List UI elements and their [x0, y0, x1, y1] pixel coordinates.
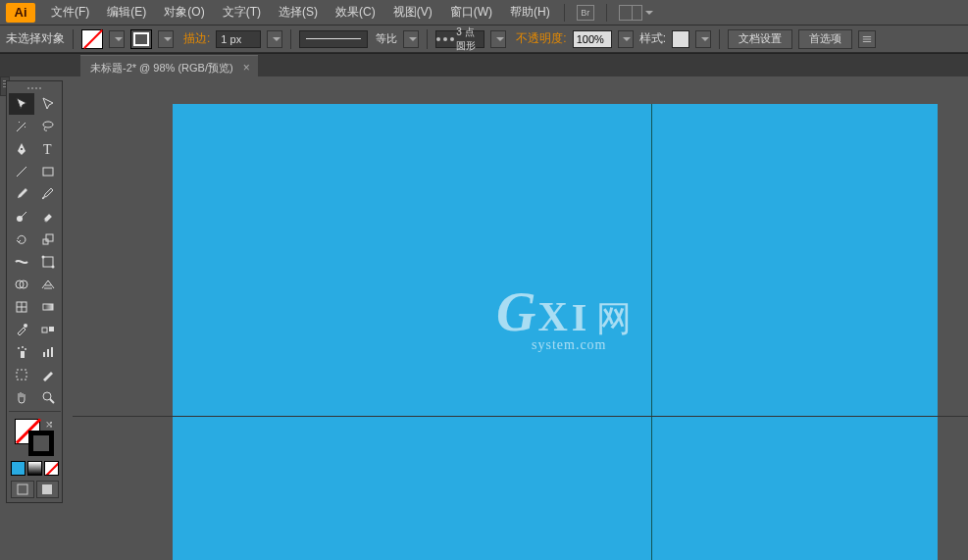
- selection-status: 未选择对象: [6, 30, 65, 47]
- stroke-swatch[interactable]: [130, 29, 152, 49]
- fill-swatch[interactable]: [81, 29, 103, 49]
- menu-view[interactable]: 视图(V): [385, 1, 440, 24]
- svg-rect-14: [43, 304, 53, 310]
- menu-separator: [606, 4, 607, 22]
- control-bar: 未选择对象 描边: 1 px 等比 3 点圆形 不透明度: 100% 样式: 文…: [0, 25, 968, 53]
- canvas-area[interactable]: GXI网 system.com: [73, 76, 968, 560]
- style-label: 样式:: [639, 30, 666, 47]
- menu-bar: Ai 文件(F) 编辑(E) 对象(O) 文字(T) 选择(S) 效果(C) 视…: [0, 0, 968, 25]
- width-tool[interactable]: [9, 251, 34, 273]
- scale-tool[interactable]: [35, 229, 61, 250]
- zoom-tool[interactable]: [35, 386, 61, 408]
- watermark-cn: 网: [596, 299, 632, 338]
- style-dropdown[interactable]: [695, 30, 711, 48]
- perspective-grid-tool[interactable]: [35, 274, 61, 295]
- svg-rect-7: [46, 234, 53, 241]
- opacity-dropdown[interactable]: [618, 30, 634, 48]
- svg-text:T: T: [43, 142, 52, 157]
- svg-point-21: [25, 348, 26, 350]
- vertical-guide[interactable]: [651, 104, 652, 560]
- panel-menu-icon[interactable]: [858, 30, 876, 48]
- stroke-width-field[interactable]: 1 px: [216, 30, 261, 48]
- rotate-tool[interactable]: [9, 229, 34, 250]
- stroke-label[interactable]: 描边:: [183, 30, 210, 47]
- horizontal-guide-extended[interactable]: [73, 416, 968, 417]
- svg-rect-16: [42, 328, 47, 332]
- stroke-color-box[interactable]: [28, 431, 54, 456]
- menu-separator: [564, 4, 565, 22]
- color-mode-solid[interactable]: [11, 461, 25, 476]
- direct-selection-tool[interactable]: [35, 93, 61, 115]
- separator: [427, 29, 428, 49]
- menu-window[interactable]: 窗口(W): [442, 1, 500, 24]
- document-setup-button[interactable]: 文档设置: [728, 29, 792, 49]
- symbol-sprayer-tool[interactable]: [9, 341, 34, 363]
- opacity-label[interactable]: 不透明度:: [516, 30, 566, 47]
- swap-fill-stroke-icon[interactable]: ⤭: [45, 419, 53, 430]
- toolbox-grip[interactable]: [9, 83, 60, 93]
- blend-tool[interactable]: [35, 319, 61, 340]
- menu-effect[interactable]: 效果(C): [328, 1, 383, 24]
- preferences-button[interactable]: 首选项: [798, 29, 852, 49]
- magic-wand-tool[interactable]: [9, 116, 34, 137]
- type-tool[interactable]: T: [35, 138, 61, 160]
- mesh-tool[interactable]: [9, 296, 34, 318]
- brush-label: 3 点圆形: [456, 25, 484, 53]
- profile-dropdown[interactable]: [403, 30, 419, 48]
- pen-tool[interactable]: [9, 138, 34, 160]
- menu-object[interactable]: 对象(O): [156, 1, 212, 24]
- blob-brush-tool[interactable]: [9, 206, 34, 228]
- color-mode-none[interactable]: [44, 461, 59, 476]
- free-transform-tool[interactable]: [35, 251, 61, 273]
- menu-select[interactable]: 选择(S): [271, 1, 326, 24]
- fill-dropdown[interactable]: [109, 30, 125, 48]
- artboard-tool[interactable]: [9, 364, 34, 385]
- separator: [290, 29, 291, 49]
- rectangle-tool[interactable]: [35, 161, 61, 182]
- stroke-profile-preview[interactable]: [299, 30, 368, 48]
- bridge-button[interactable]: Br: [577, 5, 594, 21]
- brush-definition[interactable]: 3 点圆形: [435, 30, 484, 48]
- svg-rect-24: [51, 347, 53, 357]
- column-graph-tool[interactable]: [35, 341, 61, 363]
- document-tab-bar: 未标题-2* @ 98% (RGB/预览) ×: [0, 53, 968, 76]
- color-mode-gradient[interactable]: [27, 461, 42, 476]
- svg-point-26: [43, 392, 51, 400]
- paintbrush-tool[interactable]: [9, 183, 34, 205]
- artboard[interactable]: GXI网 system.com: [173, 104, 938, 560]
- shape-builder-tool[interactable]: [9, 274, 34, 295]
- stroke-dropdown[interactable]: [158, 30, 174, 48]
- close-tab-icon[interactable]: ×: [243, 61, 250, 75]
- svg-rect-17: [49, 327, 54, 331]
- menu-type[interactable]: 文字(T): [215, 1, 269, 24]
- menu-file[interactable]: 文件(F): [43, 1, 97, 24]
- menu-edit[interactable]: 编辑(E): [99, 1, 154, 24]
- hand-tool[interactable]: [9, 386, 34, 408]
- svg-rect-18: [21, 351, 25, 358]
- color-mode-row: [9, 459, 61, 478]
- svg-rect-25: [17, 370, 26, 380]
- selection-tool[interactable]: [9, 93, 34, 115]
- layout-switcher[interactable]: [619, 5, 653, 21]
- opacity-field[interactable]: 100%: [573, 30, 612, 48]
- profile-label: 等比: [376, 31, 397, 46]
- lasso-tool[interactable]: [35, 116, 61, 137]
- draw-normal-icon[interactable]: [11, 481, 34, 498]
- main-menu: 文件(F) 编辑(E) 对象(O) 文字(T) 选择(S) 效果(C) 视图(V…: [43, 1, 558, 24]
- svg-rect-28: [18, 484, 27, 494]
- menu-help[interactable]: 帮助(H): [502, 1, 558, 24]
- eraser-tool[interactable]: [35, 206, 61, 228]
- eyedropper-tool[interactable]: [9, 319, 34, 340]
- graphic-style-swatch[interactable]: [672, 30, 689, 48]
- slice-tool[interactable]: [35, 364, 61, 385]
- line-segment-tool[interactable]: [9, 161, 34, 182]
- watermark-i: I: [572, 295, 587, 339]
- fill-stroke-indicator[interactable]: ⤭: [9, 417, 61, 458]
- stroke-width-dropdown[interactable]: [267, 30, 282, 48]
- document-tab[interactable]: 未标题-2* @ 98% (RGB/预览) ×: [80, 55, 258, 76]
- pencil-tool[interactable]: [35, 183, 61, 205]
- watermark-x: X: [537, 294, 567, 339]
- gradient-tool[interactable]: [35, 296, 61, 318]
- brush-dropdown[interactable]: [490, 30, 506, 48]
- screen-mode-icon[interactable]: [36, 481, 60, 498]
